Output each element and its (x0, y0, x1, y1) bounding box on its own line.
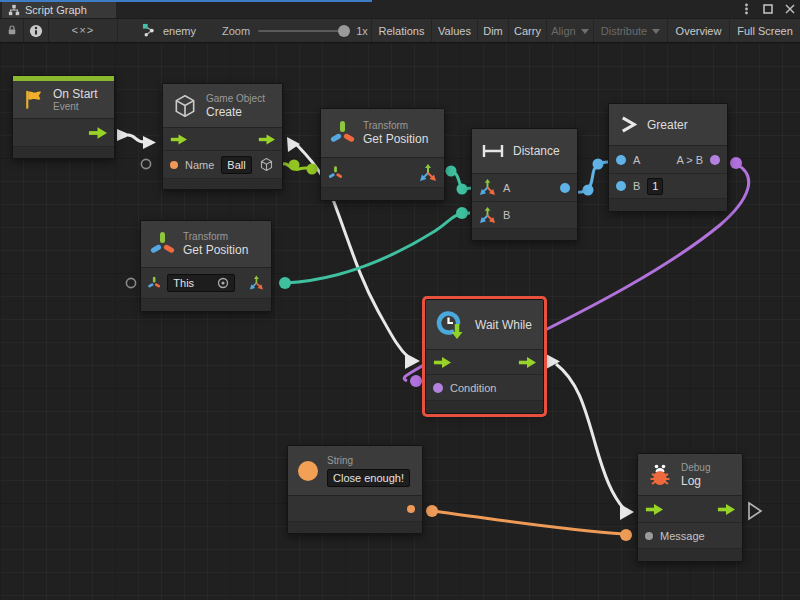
name-value-field[interactable]: Ball (221, 156, 251, 174)
port-row-b: B (472, 202, 577, 229)
node-wait-while[interactable]: Wait While Condition (425, 299, 544, 414)
name-port-label: Name (185, 159, 214, 171)
zoom-value: 1x (356, 25, 368, 37)
flow-output-port[interactable] (258, 134, 275, 145)
input-port-b[interactable] (616, 181, 626, 191)
port-row-b: B 1 (609, 174, 727, 199)
align-dropdown[interactable]: Align (547, 19, 594, 42)
vector3-input-port-b[interactable] (479, 207, 496, 224)
distribute-dropdown[interactable]: Distribute (594, 19, 668, 42)
node-footer (426, 401, 543, 413)
gameobject-output-port[interactable] (259, 157, 274, 172)
focus-highlight-line (0, 0, 372, 2)
port-a-label: A (633, 154, 640, 166)
graph-canvas[interactable]: On Start Event Game Object Create (0, 43, 800, 600)
graph-toolbar: <×> enemy Zoom 1x Relations Values Dim C… (0, 18, 800, 43)
node-title: Distance (513, 144, 560, 158)
wire-string-to-debuglog-message[interactable] (426, 505, 632, 541)
node-header: Distance (472, 129, 577, 174)
unity-script-graph-window: Script Graph (0, 0, 800, 600)
node-footer (321, 188, 444, 200)
code-preview-button[interactable]: <×> (49, 19, 118, 42)
condition-row: Condition (426, 375, 543, 401)
flow-input-port[interactable] (433, 357, 451, 368)
transform-input-port[interactable] (148, 275, 160, 291)
vector3-output-port[interactable] (249, 274, 264, 292)
chevron-down-icon (652, 29, 660, 34)
vector3-input-port-a[interactable] (479, 179, 496, 196)
fullscreen-button[interactable]: Full Screen (730, 19, 800, 42)
self-target-indicator-create[interactable] (140, 158, 152, 170)
titlebar: Script Graph (0, 0, 800, 18)
flow-input-port[interactable] (170, 134, 187, 145)
bug-icon (647, 462, 673, 488)
message-label: Message (660, 530, 705, 542)
flow-input-port[interactable] (645, 504, 663, 515)
carry-button[interactable]: Carry (509, 19, 547, 42)
zoom-label: Zoom (222, 25, 250, 37)
object-picker-icon[interactable] (217, 277, 229, 289)
input-port-a[interactable] (616, 155, 626, 165)
node-greater[interactable]: Greater A A > B B 1 (608, 103, 728, 212)
node-footer (638, 549, 742, 561)
node-footer (609, 199, 727, 211)
cube-icon (172, 93, 198, 119)
tab-script-graph[interactable]: Script Graph (2, 2, 116, 18)
node-on-start[interactable]: On Start Event (12, 75, 115, 159)
graph-breadcrumb[interactable]: enemy (118, 19, 196, 42)
self-target-indicator-getposition[interactable] (125, 277, 137, 289)
flow-output-port[interactable] (88, 127, 107, 139)
wire-getpositiontop-to-distance-a[interactable] (446, 166, 474, 195)
close-icon[interactable] (784, 3, 796, 15)
zoom-slider-handle[interactable] (338, 25, 350, 37)
string-output-port[interactable] (407, 505, 415, 513)
tab-title: Script Graph (25, 4, 87, 16)
wire-waitwhile-to-debuglog[interactable] (546, 354, 634, 520)
target-value-field[interactable]: This (167, 274, 235, 292)
result-label: A > B (676, 154, 703, 166)
node-create-gameobject[interactable]: Game Object Create Name Ball (162, 83, 283, 190)
result-output-port[interactable] (710, 155, 720, 165)
wire-onstart-to-create[interactable] (117, 129, 156, 149)
message-input-port[interactable] (645, 532, 653, 540)
distance-output-port[interactable] (560, 183, 570, 193)
overview-button[interactable]: Overview (668, 19, 730, 42)
values-button[interactable]: Values (432, 19, 478, 42)
flow-row (638, 496, 742, 523)
node-distance[interactable]: Distance A B (471, 128, 578, 241)
node-string-literal[interactable]: String Close enough! (287, 445, 423, 534)
relations-button[interactable]: Relations (372, 19, 432, 42)
node-title: Log (681, 474, 710, 488)
maximize-icon[interactable] (762, 3, 774, 15)
transform-input-port[interactable] (328, 165, 343, 181)
port-b-label: B (503, 209, 510, 221)
node-header: Greater (609, 104, 727, 146)
info-icon (29, 24, 43, 38)
wait-while-clock-icon (435, 309, 467, 341)
node-category: Transform (363, 120, 428, 132)
name-input-port[interactable] (170, 161, 178, 169)
node-footer (472, 229, 577, 240)
condition-input-port[interactable] (433, 383, 443, 393)
port-row-a: A (472, 174, 577, 202)
lock-button[interactable] (0, 19, 24, 42)
zoom-control: Zoom 1x (222, 19, 368, 42)
dim-button[interactable]: Dim (478, 19, 509, 42)
vector3-output-port[interactable] (419, 164, 437, 182)
b-value-field[interactable]: 1 (647, 178, 663, 195)
flow-output-port[interactable] (717, 504, 735, 515)
node-header: Wait While (426, 300, 543, 350)
string-value-field[interactable]: Close enough! (327, 469, 410, 487)
string-icon (297, 460, 319, 482)
node-title: On Start (53, 87, 98, 101)
node-get-position-bottom[interactable]: Transform Get Position This (140, 220, 272, 312)
flow-output-port[interactable] (518, 357, 536, 368)
node-title: Get Position (363, 132, 428, 146)
inspect-button[interactable] (24, 19, 49, 42)
kebab-menu-icon[interactable] (740, 3, 752, 15)
node-get-position-top[interactable]: Transform Get Position (320, 108, 445, 201)
node-title: Create (206, 105, 265, 119)
node-debug-log[interactable]: Debug Log Message (637, 453, 743, 562)
zoom-slider[interactable] (258, 30, 348, 32)
wire-getpositionbottom-to-distance-b[interactable] (279, 207, 470, 289)
